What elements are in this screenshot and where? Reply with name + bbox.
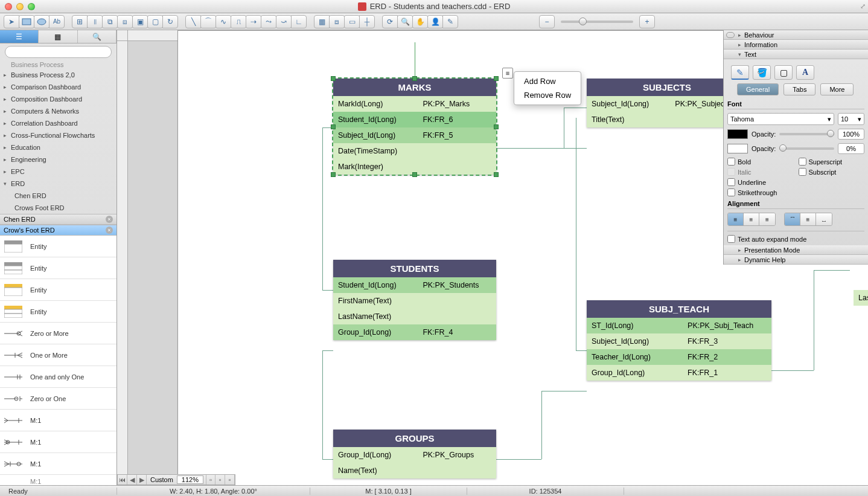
relation-line[interactable] xyxy=(322,459,333,460)
guides-button[interactable]: ┼ xyxy=(359,15,375,28)
entity-row[interactable]: Student_Id(Long)PK:PK_Students xyxy=(333,277,496,293)
group-button[interactable]: ⧉ xyxy=(102,15,118,28)
person-button[interactable]: 👤 xyxy=(427,15,443,28)
align-center-button[interactable]: ≡ xyxy=(744,213,759,225)
rectangle-tool-button[interactable] xyxy=(19,15,34,28)
tree-item[interactable]: ▸Composition Dashboard xyxy=(0,93,116,105)
section-dynamic-help[interactable]: ▸Dynamic Help xyxy=(724,255,868,265)
selection-handle[interactable] xyxy=(494,124,499,129)
selection-handle[interactable] xyxy=(412,76,417,81)
align-left-button[interactable]: ≡ xyxy=(728,213,744,225)
stencil-item[interactable]: One or More xyxy=(0,344,116,366)
selection-handle[interactable] xyxy=(494,76,499,81)
sidebar-tab-search[interactable]: 🔍 xyxy=(78,30,116,43)
border-button[interactable]: ▢ xyxy=(774,65,793,80)
sidebar-tab-tree[interactable]: ☰ xyxy=(0,30,39,43)
relation-line[interactable] xyxy=(814,270,850,271)
selection-handle[interactable] xyxy=(331,76,336,81)
connector1-tool-button[interactable]: ⇢ xyxy=(246,15,261,28)
font-family-select[interactable]: Tahoma▾ xyxy=(727,113,834,125)
entity-header[interactable]: MARKS xyxy=(333,79,496,96)
entity-row[interactable]: Group_Id(Long)FK:FR_4 xyxy=(333,324,496,340)
page-first-button[interactable]: ⏮ xyxy=(118,475,127,485)
entity-row[interactable]: Student_Id(Long)FK:FR_6 xyxy=(333,112,496,127)
valign-bottom-button[interactable]: ⎵ xyxy=(816,213,832,225)
highlight-button[interactable]: ✎ xyxy=(442,15,458,28)
rotate-button[interactable]: ↻ xyxy=(162,15,178,28)
stencil-item[interactable]: Entity xyxy=(0,257,116,279)
outline-color-swatch[interactable] xyxy=(727,144,748,153)
valign-middle-button[interactable]: ≡ xyxy=(800,213,816,225)
curve-tool-button[interactable]: ∿ xyxy=(215,15,231,28)
tree-item-crows-foot[interactable]: Crows Foot ERD xyxy=(0,202,116,214)
relation-line[interactable] xyxy=(771,370,814,371)
tab-tabs[interactable]: Tabs xyxy=(783,83,815,95)
subscript-checkbox[interactable]: Subscript xyxy=(799,168,865,176)
relation-line[interactable] xyxy=(564,108,587,108)
stencil-item[interactable]: Entity xyxy=(0,301,116,323)
zoom-sel-button[interactable]: ⟳ xyxy=(382,15,398,28)
tree-item[interactable]: ▸Cross-Functional Flowcharts xyxy=(0,129,116,141)
view-mode-2-button[interactable]: ▫ xyxy=(215,475,225,485)
tree-item[interactable]: ▸EPC xyxy=(0,166,116,178)
fit-page-button[interactable]: ▭ xyxy=(344,15,360,28)
stencil-tab-crowsfoot[interactable]: Crow's Foot ERD × xyxy=(0,225,116,236)
polyline-tool-button[interactable]: ⎍ xyxy=(231,15,246,28)
section-presentation[interactable]: ▸Presentation Mode xyxy=(724,245,868,255)
italic-checkbox[interactable]: Italic xyxy=(727,168,794,176)
stencil-item[interactable]: Entity xyxy=(0,236,116,257)
outline-opacity-value[interactable]: 0% xyxy=(838,143,864,154)
stencil-item[interactable]: M:1 xyxy=(0,431,116,453)
text-color-swatch[interactable] xyxy=(727,129,748,139)
stencil-item[interactable]: One and only One xyxy=(0,366,116,388)
tree-item-erd[interactable]: ▾ERD xyxy=(0,178,116,190)
entity-row[interactable]: Subject_Id(Long)FK:FR_5 xyxy=(333,127,496,143)
entity-marks[interactable]: MARKSMarkId(Long)PK:PK_MarksStudent_Id(L… xyxy=(333,79,496,175)
zoom-button[interactable]: 🔍 xyxy=(397,15,413,28)
entity-row[interactable]: Date(TimeStamp) xyxy=(333,143,496,159)
connector2-tool-button[interactable]: ⤳ xyxy=(261,15,276,28)
selection-handle[interactable] xyxy=(331,124,336,129)
text-opacity-value[interactable]: 100% xyxy=(838,129,864,140)
superscript-checkbox[interactable]: Superscript xyxy=(799,158,865,166)
entity-row[interactable]: FirstName(Text) xyxy=(333,293,496,309)
entity-row[interactable]: Name(Text) xyxy=(333,463,496,478)
stencil-item[interactable]: Zero or One xyxy=(0,388,116,410)
auto-expand-checkbox[interactable]: Text auto expand mode xyxy=(727,235,864,243)
minimize-window-button[interactable] xyxy=(16,3,24,10)
close-window-button[interactable] xyxy=(5,3,12,10)
text-tool-button[interactable]: Ab xyxy=(49,15,65,28)
sidebar-tab-grid[interactable]: ▦ xyxy=(39,30,77,43)
fill-color-button[interactable]: 🪣 xyxy=(753,65,771,80)
entity-subj_teach[interactable]: SUBJ_TEACHST_Id(Long)PK:PK_Subj_TeachSub… xyxy=(587,300,771,381)
relation-line[interactable] xyxy=(541,391,542,459)
grid-button[interactable]: ▦ xyxy=(314,15,330,28)
entity-row[interactable]: MarkId(Long)PK:PK_Marks xyxy=(333,96,496,112)
relation-line[interactable] xyxy=(322,350,333,351)
bold-checkbox[interactable]: Bold xyxy=(727,158,794,166)
tree-item[interactable]: ▸Correlation Dashboard xyxy=(0,117,116,129)
entity-students[interactable]: STUDENTSStudent_Id(Long)PK:PK_StudentsFi… xyxy=(333,260,496,340)
page-next-button[interactable]: ▶ xyxy=(137,475,147,485)
zoom-window-button[interactable] xyxy=(28,3,35,10)
relation-line[interactable] xyxy=(322,350,323,459)
entity-header[interactable]: GROUPS xyxy=(333,430,496,447)
align-button[interactable]: ⫴ xyxy=(87,15,103,28)
zoom-slider[interactable] xyxy=(561,21,633,23)
pointer-tool-button[interactable]: ➤ xyxy=(4,15,19,28)
entity-row[interactable]: Teacher_Id(Long)FK:FR_2 xyxy=(587,349,771,365)
tree-item[interactable]: ▸Computers & Networks xyxy=(0,105,116,117)
selection-handle[interactable] xyxy=(331,172,336,177)
arc-tool-button[interactable]: ⌒ xyxy=(200,15,216,28)
relation-line[interactable] xyxy=(541,391,587,391)
selection-handle[interactable] xyxy=(494,172,499,177)
entity-groups[interactable]: GROUPSGroup_Id(Long)PK:PK_GroupsName(Tex… xyxy=(333,430,496,478)
relation-line[interactable] xyxy=(576,118,576,350)
relation-line[interactable] xyxy=(322,290,333,291)
section-text[interactable]: ▾Text xyxy=(724,50,868,59)
font-style-button[interactable]: A xyxy=(796,65,814,80)
tree-item[interactable]: ▸Engineering xyxy=(0,153,116,166)
valign-top-button[interactable]: ⎴ xyxy=(785,213,800,225)
tree-item[interactable]: Business Process xyxy=(0,60,116,69)
angle-connector-button[interactable]: ∟ xyxy=(291,15,307,28)
